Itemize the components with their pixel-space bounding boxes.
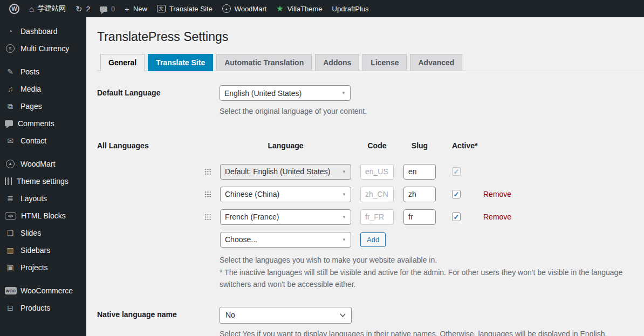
woodmart-logo-icon: ▲ — [6, 160, 15, 168]
wp-logo-menu[interactable]: W — [4, 0, 24, 17]
sidebar-item-pages[interactable]: ⧉Pages — [0, 98, 86, 115]
remove-language-link[interactable]: Remove — [483, 212, 511, 221]
admin-bar: W ⌂ 学建站网 ↻ 2 0 + New 文 Translate Site ▲ … — [0, 0, 644, 17]
settings-page: TranslatePress Settings General Translat… — [86, 17, 644, 336]
column-header-language: Language — [220, 141, 351, 150]
sidebar-item-label: HTML Blocks — [21, 211, 66, 220]
sidebar-item-label: Media — [20, 85, 41, 93]
sidebar-item-html-blocks[interactable]: </>HTML Blocks — [0, 207, 86, 224]
sidebar-item-label: WooCommerce — [20, 286, 73, 295]
remove-language-link[interactable]: Remove — [483, 190, 511, 198]
default-language-help: Select the original language of your con… — [220, 106, 629, 118]
tab-addons[interactable]: Addons — [315, 54, 359, 71]
slides-icon: ❏ — [5, 229, 16, 237]
choose-language-value: Choose... — [225, 235, 257, 244]
drag-handle-icon[interactable] — [204, 168, 211, 175]
update-count: 2 — [86, 5, 90, 13]
slug-input[interactable] — [403, 209, 436, 225]
tab-general[interactable]: General — [100, 54, 145, 71]
sidebar-menu: ◔Dashboard€Multi Currency✎Posts♫Media⧉Pa… — [0, 23, 86, 317]
language-select-value: French (France) — [225, 212, 279, 221]
sidebar-item-slides[interactable]: ❏Slides — [0, 224, 86, 242]
sidebar-item-dashboard[interactable]: ◔Dashboard — [0, 23, 86, 40]
languages-table-header: Language Code Slug Active* — [201, 141, 633, 150]
language-select-chinese[interactable]: Chinese (China) ▼ — [220, 187, 351, 202]
sidebar-item-label: Products — [20, 304, 50, 312]
updates-menu[interactable]: ↻ 2 — [71, 0, 95, 17]
chevron-down-icon: ▼ — [342, 215, 346, 220]
woodmart-menu[interactable]: ▲ WoodMart — [217, 0, 272, 17]
column-header-active: Active* — [452, 141, 476, 150]
comments-menu[interactable]: 0 — [95, 0, 120, 17]
sidebar-item-products[interactable]: ⊟Products — [0, 299, 86, 317]
default-language-row: Default Language English (United States)… — [97, 85, 633, 118]
code-input[interactable] — [360, 209, 394, 225]
comment-bubble-icon — [100, 6, 107, 12]
plus-icon: + — [125, 5, 129, 13]
tab-translate-site[interactable]: Translate Site — [148, 54, 213, 71]
code-input[interactable] — [360, 187, 394, 202]
page-title: TranslatePress Settings — [97, 25, 633, 46]
tab-advanced[interactable]: Advanced — [410, 54, 462, 71]
choose-language-select[interactable]: Choose... ▼ — [220, 232, 351, 248]
column-header-code: Code — [360, 141, 394, 150]
sidebar-item-media[interactable]: ♫Media — [0, 80, 86, 98]
menu-separator — [0, 149, 86, 155]
active-checkbox[interactable]: ✓ — [452, 212, 461, 221]
native-language-name-select[interactable]: No — [220, 307, 352, 324]
sidebar-item-sidebars[interactable]: ▥Sidebars — [0, 242, 86, 259]
code-icon: </> — [5, 212, 16, 220]
chevron-down-icon: ▼ — [342, 192, 346, 197]
update-icon: ↻ — [76, 5, 83, 13]
sidebar-item-label: WoodMart — [20, 160, 55, 168]
sidebar-item-contact[interactable]: ✉Contact — [0, 132, 86, 149]
tab-automatic-translation[interactable]: Automatic Translation — [216, 54, 312, 71]
slug-input[interactable] — [403, 187, 436, 202]
native-language-name-row: Native language name No Select Yes if yo… — [97, 307, 633, 336]
check-icon: ✓ — [454, 191, 460, 198]
sidebar-item-layouts[interactable]: ≣Layouts — [0, 190, 86, 207]
sliders-icon — [5, 177, 12, 185]
dashboard-icon: ◔ — [5, 28, 16, 35]
admin-sidebar-menu: ◔Dashboard€Multi Currency✎Posts♫Media⧉Pa… — [0, 17, 86, 336]
star-icon: ★ — [276, 4, 283, 13]
updraftplus-menu[interactable]: UpdraftPlus — [327, 0, 374, 17]
chevron-down-icon: ▼ — [342, 169, 346, 174]
language-row-default: Default: English (United States) ▼ ✓ — [201, 164, 633, 180]
sidebar-item-comments[interactable]: Comments — [0, 115, 86, 132]
villatheme-menu[interactable]: ★ VillaTheme — [271, 0, 327, 17]
menu-separator — [0, 57, 86, 63]
villatheme-label: VillaTheme — [287, 5, 323, 13]
sidebar-item-label: Posts — [20, 67, 39, 76]
sidebar-item-theme-settings[interactable]: Theme settings — [0, 173, 86, 190]
active-checkbox: ✓ — [452, 167, 461, 176]
new-menu[interactable]: + New — [120, 0, 152, 17]
check-icon: ✓ — [454, 168, 460, 175]
currency-icon: € — [6, 44, 15, 53]
site-menu[interactable]: ⌂ 学建站网 — [24, 0, 71, 17]
tab-license[interactable]: License — [362, 54, 407, 71]
slug-input[interactable] — [403, 164, 436, 180]
add-language-button[interactable]: Add — [360, 232, 386, 247]
sidebar-item-label: Layouts — [20, 194, 47, 203]
active-checkbox[interactable]: ✓ — [452, 190, 461, 198]
sidebar-item-woocommerce[interactable]: WOOWooCommerce — [0, 282, 86, 299]
all-languages-help-2: * The inactive languages will still be v… — [220, 267, 627, 290]
drag-handle-icon[interactable] — [204, 214, 211, 220]
native-language-name-value: No — [225, 311, 235, 319]
default-language-label: Default Language — [97, 85, 220, 97]
default-language-select[interactable]: English (United States) ▼ — [220, 85, 351, 101]
sidebar-item-woodmart[interactable]: ▲WoodMart — [0, 155, 86, 173]
language-select-french[interactable]: French (France) ▼ — [220, 209, 351, 225]
woodmart-logo-icon: ▲ — [222, 4, 231, 13]
sidebar-icon: ▥ — [5, 246, 16, 254]
sidebar-item-posts[interactable]: ✎Posts — [0, 63, 86, 80]
sidebar-item-multi-currency[interactable]: €Multi Currency — [0, 40, 86, 57]
layers-icon: ≣ — [5, 195, 16, 202]
drag-handle-icon[interactable] — [204, 191, 211, 197]
translate-site-menu[interactable]: 文 Translate Site — [152, 0, 217, 17]
pushpin-icon: ✎ — [5, 68, 16, 76]
language-row-french: French (France) ▼ ✓ Remove — [201, 209, 633, 225]
sidebar-item-projects[interactable]: ▣Projects — [0, 259, 86, 276]
sidebar-item-label: Slides — [20, 229, 41, 237]
